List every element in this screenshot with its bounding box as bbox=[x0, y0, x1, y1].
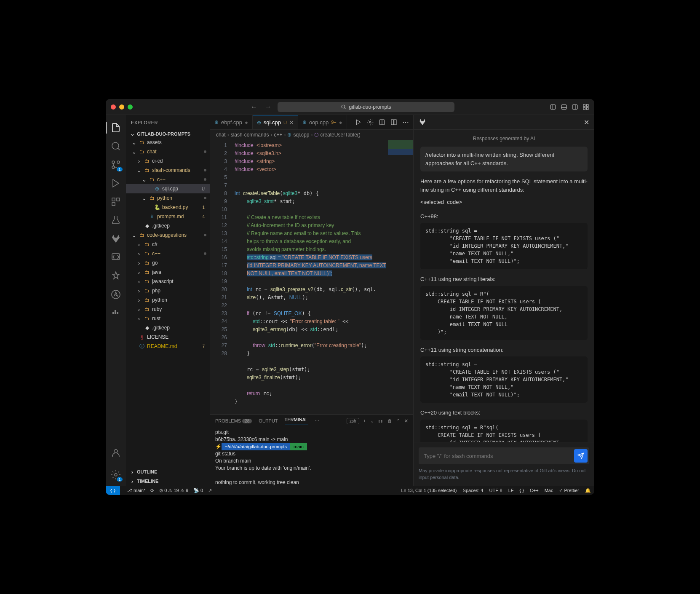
split-icon[interactable] bbox=[390, 119, 397, 126]
maximize-window-icon[interactable] bbox=[128, 104, 133, 110]
file-row[interactable]: #prompts.md4 bbox=[126, 212, 210, 221]
breadcrumbs[interactable]: chat› slash-commands› c++› ⊕sql.cpp› ⬡cr… bbox=[210, 130, 413, 140]
folder-row[interactable]: ›🗀rust bbox=[126, 314, 210, 323]
command-center[interactable]: gitlab-duo-prompts bbox=[278, 102, 454, 112]
panel-maximize-icon[interactable]: ⌃ bbox=[396, 418, 400, 424]
close-window-icon[interactable] bbox=[111, 104, 116, 110]
output-tab[interactable]: OUTPUT bbox=[259, 418, 278, 423]
svg-rect-6 bbox=[572, 104, 577, 109]
folder-row[interactable]: ⌄🗀code-suggestions bbox=[126, 230, 210, 240]
folder-row[interactable]: ⌄🗀c++ bbox=[126, 175, 210, 184]
close-panel-icon[interactable]: ✕ bbox=[584, 118, 589, 126]
problems-status[interactable]: ⊘ 0 ⚠ 19 ⚠ 9 bbox=[159, 488, 188, 493]
eol[interactable]: LF bbox=[508, 488, 514, 493]
extensions-icon[interactable] bbox=[106, 193, 126, 211]
remote-indicator[interactable] bbox=[106, 486, 120, 495]
layout-sidebar-left-icon[interactable] bbox=[550, 104, 556, 110]
testing-icon[interactable] bbox=[106, 211, 126, 230]
sync-status[interactable]: ⟳ bbox=[150, 488, 154, 493]
customize-layout-icon[interactable] bbox=[582, 104, 589, 110]
language-mode[interactable]: C++ bbox=[530, 488, 539, 493]
terminal-dropdown-icon[interactable]: ⌄ bbox=[370, 418, 374, 424]
search-pane-icon[interactable] bbox=[106, 137, 126, 155]
svg-point-12 bbox=[112, 142, 119, 149]
terminal-tab[interactable]: TERMINAL bbox=[285, 417, 308, 425]
kill-terminal-icon[interactable]: 🗑 bbox=[387, 418, 392, 423]
folder-row[interactable]: ⌄🗀assets bbox=[126, 138, 210, 147]
encoding[interactable]: UTF-8 bbox=[489, 488, 502, 493]
new-terminal-icon[interactable]: + bbox=[363, 418, 366, 423]
project-header[interactable]: ⌄GITLAB-DUO-PROMPTS bbox=[126, 130, 210, 138]
indentation[interactable]: Spaces: 4 bbox=[463, 488, 484, 493]
folder-row[interactable]: ›🗀go bbox=[126, 258, 210, 268]
editor-tab[interactable]: ⊕oop.cpp 9+ ● bbox=[298, 115, 347, 129]
folder-row[interactable]: ›🗀c# bbox=[126, 240, 210, 249]
explorer-more-icon[interactable]: ⋯ bbox=[200, 120, 205, 125]
split-terminal-icon[interactable]: ⫾⫾ bbox=[378, 418, 383, 423]
gitlab-icon[interactable] bbox=[106, 230, 126, 248]
bracket-pair[interactable]: { } bbox=[519, 488, 524, 493]
diff-icon[interactable] bbox=[379, 119, 385, 126]
file-row[interactable]: ◆.gitkeep bbox=[126, 221, 210, 230]
folder-row[interactable]: ⌄🗀slash-commands bbox=[126, 166, 210, 175]
notifications-icon[interactable]: 🔔 bbox=[585, 488, 591, 493]
timeline-header[interactable]: ›TIMELINE bbox=[126, 476, 210, 486]
folder-row[interactable]: ›🗀java bbox=[126, 268, 210, 277]
send-button[interactable] bbox=[574, 449, 588, 463]
editor-tab[interactable]: ⊕sql.cpp U ✕ bbox=[253, 115, 298, 129]
prettier-status[interactable]: ✓ Prettier bbox=[559, 488, 579, 493]
source-control-icon[interactable]: 1 bbox=[106, 155, 126, 174]
file-row[interactable]: §LICENSE bbox=[126, 332, 210, 342]
tab-actions: ⋯ bbox=[351, 115, 413, 129]
editor-tab[interactable]: ⊕ebpf.cpp ● bbox=[210, 115, 253, 129]
file-row[interactable]: 🐍backend.py1 bbox=[126, 203, 210, 212]
code-editor[interactable]: 1234578910111213141516171819202122232425… bbox=[210, 140, 413, 414]
run-debug-icon[interactable] bbox=[106, 174, 126, 193]
layout-panel-icon[interactable] bbox=[561, 104, 567, 110]
folder-row[interactable]: ›🗀ruby bbox=[126, 305, 210, 314]
folder-row[interactable]: ›🗀ci-cd bbox=[126, 156, 210, 166]
minimize-window-icon[interactable] bbox=[119, 104, 124, 110]
file-row[interactable]: ⊕sql.cppU bbox=[126, 184, 210, 193]
layout-sidebar-right-icon[interactable] bbox=[572, 104, 578, 110]
minimap[interactable] bbox=[388, 140, 413, 190]
outline-header[interactable]: ›OUTLINE bbox=[126, 467, 210, 476]
folder-row[interactable]: ›🗀c++ bbox=[126, 249, 210, 258]
file-row[interactable]: ◆.gitkeep bbox=[126, 323, 210, 332]
terminal-content[interactable]: pts.git b6b75ba..32330c6 main -> main ⚡~… bbox=[210, 427, 413, 486]
forward-icon[interactable]: → bbox=[265, 103, 272, 111]
code-content[interactable]: #include <iostream> #include <sqlite3.h>… bbox=[231, 140, 413, 414]
folder-row[interactable]: ›🗀php bbox=[126, 286, 210, 295]
panel-more-icon[interactable]: ⋯ bbox=[315, 418, 319, 424]
file-row[interactable]: ⓘREADME.md7 bbox=[126, 342, 210, 351]
shell-select[interactable]: zsh bbox=[347, 418, 359, 424]
folder-row[interactable]: ›🗀python bbox=[126, 295, 210, 305]
remote-explorer-icon[interactable] bbox=[106, 248, 126, 267]
problems-tab[interactable]: PROBLEMS 28 bbox=[215, 418, 252, 423]
folder-row[interactable]: ⌄🗀python bbox=[126, 193, 210, 203]
ports-status[interactable]: 📡 0 bbox=[193, 488, 203, 493]
code-cpp98: std::string sql = "CREATE TABLE IF NOT E… bbox=[420, 223, 588, 269]
status-bar: ⎇ main* ⟳ ⊘ 0 ⚠ 19 ⚠ 9 📡 0 ↗ Ln 13, Col … bbox=[106, 486, 594, 495]
folder-row[interactable]: ›🗀javascript bbox=[126, 277, 210, 286]
svg-point-14 bbox=[117, 161, 120, 163]
branch-status[interactable]: ⎇ main* bbox=[127, 488, 145, 493]
live-share-icon[interactable]: ↗ bbox=[208, 488, 212, 493]
accounts-icon[interactable] bbox=[106, 444, 126, 462]
window-controls[interactable] bbox=[111, 104, 133, 110]
run-icon[interactable] bbox=[355, 119, 362, 126]
more-icon[interactable]: ⋯ bbox=[402, 118, 409, 126]
settings-icon[interactable]: 1 bbox=[106, 466, 126, 484]
svg-point-30 bbox=[369, 121, 371, 123]
bookmark-icon[interactable] bbox=[106, 267, 126, 285]
explorer-icon[interactable] bbox=[106, 118, 126, 137]
gear-icon[interactable] bbox=[367, 119, 374, 126]
chat-input[interactable] bbox=[424, 453, 574, 459]
back-icon[interactable]: ← bbox=[251, 103, 257, 111]
cursor-position[interactable]: Ln 13, Col 1 (135 selected) bbox=[401, 488, 457, 493]
panel-close-icon[interactable]: ✕ bbox=[404, 418, 408, 424]
os-indicator[interactable]: Mac bbox=[545, 488, 553, 493]
ansible-icon[interactable] bbox=[106, 285, 126, 304]
docker-icon[interactable] bbox=[106, 304, 126, 322]
folder-row[interactable]: ⌄🗀chat bbox=[126, 147, 210, 156]
